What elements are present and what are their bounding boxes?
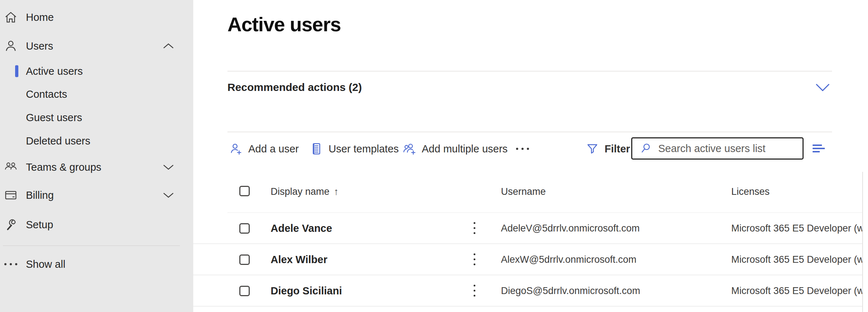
search-input[interactable]	[658, 143, 803, 155]
sidebar-item-label: Billing	[26, 189, 54, 201]
kebab-icon[interactable]	[469, 220, 480, 237]
add-multiple-users-button[interactable]: Add multiple users	[403, 138, 508, 160]
toolbar-button-label: Add a user	[248, 143, 299, 155]
table-row[interactable]: Diego Siciliani DiegoS@5drrlv.onmicrosof…	[193, 275, 862, 307]
filter-button[interactable]: Filter	[586, 138, 630, 160]
chevron-down-icon	[162, 192, 175, 199]
add-multiple-users-icon	[403, 142, 416, 156]
user-username: AlexW@5drrlv.onmicrosoft.com	[501, 254, 636, 265]
sidebar-item-billing[interactable]: Billing	[0, 184, 193, 207]
column-header-display-name[interactable]: Display name↑	[271, 186, 339, 197]
table-row[interactable]: Adele Vance AdeleV@5drrlv.onmicrosoft.co…	[193, 213, 862, 244]
sidebar-item-active-users[interactable]: Active users	[0, 60, 193, 83]
column-header-label: Display name	[271, 186, 330, 197]
row-checkbox[interactable]	[239, 286, 250, 296]
section-divider	[227, 132, 832, 132]
billing-icon	[4, 188, 18, 202]
chevron-down-icon[interactable]	[815, 83, 830, 92]
setup-icon	[4, 217, 18, 232]
search-icon	[639, 142, 652, 155]
user-display-name[interactable]: Alex Wilber	[271, 253, 327, 265]
sidebar-item-users[interactable]: Users	[0, 35, 193, 58]
selected-indicator	[15, 65, 18, 77]
sort-lines-icon[interactable]	[812, 143, 826, 154]
sidebar-item-label: Deleted users	[26, 135, 90, 147]
sidebar-item-label: Teams & groups	[26, 161, 101, 173]
page-title: Active users	[227, 13, 341, 36]
show-all-icon	[4, 257, 18, 271]
user-licenses: Microsoft 365 E5 Developer (withou	[731, 285, 862, 296]
sidebar-item-show-all[interactable]: Show all	[0, 253, 193, 276]
list-right-divider	[862, 172, 863, 312]
row-checkbox[interactable]	[239, 223, 250, 234]
add-user-button[interactable]: Add a user	[229, 138, 299, 160]
main-content: Active users Recommended actions (2) Add…	[193, 0, 868, 312]
add-user-icon	[229, 142, 243, 156]
kebab-icon[interactable]	[469, 251, 480, 268]
user-templates-icon	[309, 142, 323, 156]
home-icon	[4, 10, 18, 24]
sidebar-item-deleted-users[interactable]: Deleted users	[0, 129, 193, 152]
search-box[interactable]	[631, 137, 804, 160]
sidebar-item-label: Active users	[26, 65, 83, 77]
chevron-down-icon	[162, 164, 175, 171]
user-username: DiegoS@5drrlv.onmicrosoft.com	[501, 285, 640, 296]
sidebar-item-label: Show all	[26, 258, 65, 270]
user-licenses: Microsoft 365 E5 Developer (withou	[731, 222, 862, 234]
more-actions-button[interactable]	[516, 138, 530, 160]
user-licenses: Microsoft 365 E5 Developer (withou	[731, 254, 862, 265]
teams-groups-icon	[4, 160, 18, 174]
row-checkbox[interactable]	[239, 254, 250, 265]
column-header-licenses[interactable]: Licenses	[731, 186, 770, 197]
sidebar-divider	[3, 246, 180, 246]
sidebar-item-label: Setup	[26, 219, 53, 231]
sidebar-item-guest-users[interactable]: Guest users	[0, 106, 193, 129]
user-username: AdeleV@5drrlv.onmicrosoft.com	[501, 222, 640, 234]
sidebar-item-label: Guest users	[26, 112, 82, 124]
table-row[interactable]: Alex Wilber AlexW@5drrlv.onmicrosoft.com…	[193, 244, 862, 275]
column-header-username[interactable]: Username	[501, 186, 546, 197]
kebab-icon[interactable]	[469, 283, 480, 299]
sidebar-item-home[interactable]: Home	[0, 6, 193, 29]
filter-icon	[586, 142, 599, 156]
toolbar-button-label: Add multiple users	[422, 143, 508, 155]
recommended-actions-label: Recommended actions (2)	[227, 81, 362, 93]
filter-button-label: Filter	[605, 143, 630, 155]
sidebar-item-label: Users	[26, 40, 53, 52]
user-display-name[interactable]: Diego Siciliani	[271, 285, 342, 297]
table-header: Display name↑ Username Licenses	[193, 182, 862, 202]
recommended-actions-expander[interactable]: Recommended actions (2)	[227, 77, 832, 98]
sort-ascending-arrow: ↑	[334, 186, 339, 197]
users-icon	[4, 39, 18, 53]
user-templates-button[interactable]: User templates	[309, 138, 399, 160]
select-all-checkbox[interactable]	[239, 186, 250, 196]
sidebar-item-setup[interactable]: Setup	[0, 213, 193, 236]
ellipsis-icon	[516, 142, 530, 156]
sidebar-item-teams-groups[interactable]: Teams & groups	[0, 156, 193, 179]
section-divider	[227, 71, 832, 72]
sidebar-item-label: Contacts	[26, 88, 67, 100]
sidebar-item-label: Home	[26, 12, 54, 23]
user-display-name[interactable]: Adele Vance	[271, 222, 332, 234]
left-navigation: Home Users Active users Contacts Guest u…	[0, 0, 193, 312]
sidebar-item-contacts[interactable]: Contacts	[0, 83, 193, 106]
toolbar-button-label: User templates	[329, 143, 399, 155]
chevron-up-icon	[162, 42, 175, 50]
